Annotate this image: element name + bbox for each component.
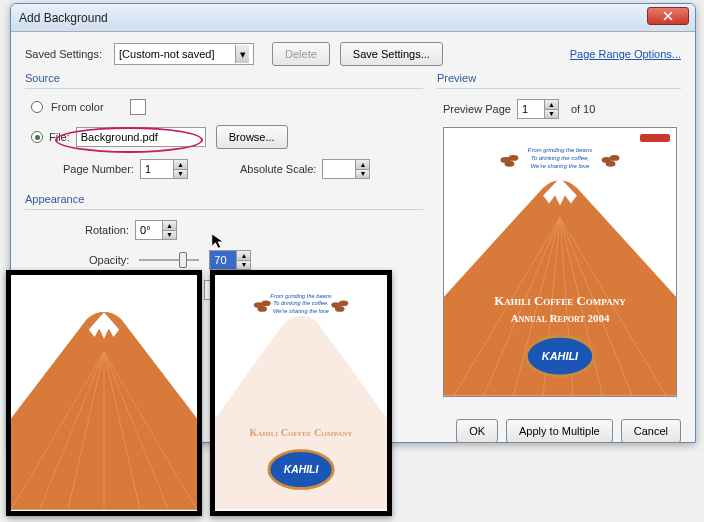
- from-color-radio[interactable]: [31, 101, 43, 113]
- file-input[interactable]: [76, 127, 206, 147]
- preview-group-title: Preview: [437, 72, 681, 84]
- doc-title: Kahili Coffee Company: [494, 294, 626, 308]
- comparison-thumbnail-full: [6, 270, 202, 516]
- svg-text:We're sharing the love: We're sharing the love: [273, 308, 329, 314]
- svg-point-26: [258, 306, 267, 312]
- opacity-slider[interactable]: [139, 259, 199, 261]
- appearance-group-title: Appearance: [25, 193, 423, 205]
- absolute-scale-spinner[interactable]: ▲▼: [322, 159, 370, 179]
- preview-page-input[interactable]: [517, 99, 545, 119]
- rotation-input[interactable]: [135, 220, 163, 240]
- preview-thumbnail: From grinding the beans To drinking the …: [443, 127, 677, 397]
- apply-multiple-button[interactable]: Apply to Multiple: [506, 419, 613, 443]
- page-number-label: Page Number:: [63, 163, 134, 175]
- svg-point-1: [508, 155, 518, 161]
- spin-up-icon[interactable]: ▲: [174, 160, 187, 170]
- page-range-options-link[interactable]: Page Range Options...: [570, 48, 681, 60]
- cancel-button[interactable]: Cancel: [621, 419, 681, 443]
- browse-button[interactable]: Browse...: [216, 125, 288, 149]
- beans-icon-left: [501, 155, 519, 167]
- preview-of-label: of 10: [571, 103, 595, 115]
- saved-settings-combo[interactable]: [Custom-not saved] ▾: [114, 43, 254, 65]
- rotation-spinner[interactable]: ▲▼: [135, 220, 177, 240]
- save-settings-button[interactable]: Save Settings...: [340, 42, 443, 66]
- absolute-scale-label: Absolute Scale:: [240, 163, 316, 175]
- spin-down-icon[interactable]: ▼: [237, 261, 250, 270]
- svg-point-28: [339, 300, 348, 306]
- slogan-line-2: To drinking the coffee,: [531, 155, 589, 161]
- title-bar[interactable]: Add Background: [11, 4, 695, 32]
- from-color-label: From color: [51, 101, 104, 113]
- svg-point-4: [610, 155, 620, 161]
- slogan-line-3: We're sharing the love: [531, 163, 590, 169]
- opacity-input[interactable]: [209, 250, 237, 270]
- svg-text:KAHILI: KAHILI: [284, 464, 320, 475]
- badge-text: KAHILI: [542, 350, 579, 362]
- saved-settings-label: Saved Settings:: [25, 48, 102, 60]
- close-button[interactable]: [647, 7, 689, 25]
- svg-text:Kahili Coffee Company: Kahili Coffee Company: [249, 427, 352, 438]
- spin-up-icon[interactable]: ▲: [545, 100, 558, 110]
- delete-button[interactable]: Delete: [272, 42, 330, 66]
- page-number-spinner[interactable]: ▲▼: [140, 159, 188, 179]
- svg-text:From grinding the beans: From grinding the beans: [270, 293, 331, 299]
- source-group-title: Source: [25, 72, 423, 84]
- preview-page-spinner[interactable]: ▲▼: [517, 99, 559, 119]
- preview-group: Preview Preview Page ▲▼ of 10: [437, 72, 681, 403]
- svg-point-29: [335, 306, 344, 312]
- preview-page-label: Preview Page: [443, 103, 511, 115]
- file-label: File:: [49, 131, 70, 143]
- svg-point-25: [261, 300, 270, 306]
- spin-down-icon[interactable]: ▼: [163, 231, 176, 240]
- spin-up-icon[interactable]: ▲: [163, 221, 176, 231]
- color-swatch[interactable]: [130, 99, 146, 115]
- opacity-label: Opacity:: [89, 254, 129, 266]
- absolute-scale-input[interactable]: [322, 159, 356, 179]
- saved-settings-value: [Custom-not saved]: [119, 48, 214, 60]
- ok-button[interactable]: OK: [456, 419, 498, 443]
- doc-subtitle: Annual Report 2004: [511, 312, 610, 324]
- chevron-down-icon: ▾: [235, 45, 249, 63]
- source-group: Source From color File: Browse...: [25, 72, 423, 185]
- slogan-line-1: From grinding the beans: [528, 147, 592, 153]
- preview-graphic: From grinding the beans To drinking the …: [444, 128, 676, 396]
- file-radio[interactable]: [31, 131, 43, 143]
- rotation-label: Rotation:: [85, 224, 129, 236]
- comparison-thumbnail-applied: From grinding the beans To drinking the …: [210, 270, 392, 516]
- dialog-title: Add Background: [19, 11, 108, 25]
- spin-up-icon[interactable]: ▲: [356, 160, 369, 170]
- opacity-spinner[interactable]: ▲▼: [209, 250, 251, 270]
- spin-up-icon[interactable]: ▲: [237, 251, 250, 261]
- beans-icon-right: [602, 155, 620, 167]
- spin-down-icon[interactable]: ▼: [545, 110, 558, 119]
- slider-thumb[interactable]: [179, 252, 187, 268]
- spin-down-icon[interactable]: ▼: [174, 170, 187, 179]
- svg-point-2: [504, 161, 514, 167]
- page-number-input[interactable]: [140, 159, 174, 179]
- spin-down-icon[interactable]: ▼: [356, 170, 369, 179]
- svg-point-5: [606, 161, 616, 167]
- svg-text:To drinking the coffee,: To drinking the coffee,: [273, 300, 328, 306]
